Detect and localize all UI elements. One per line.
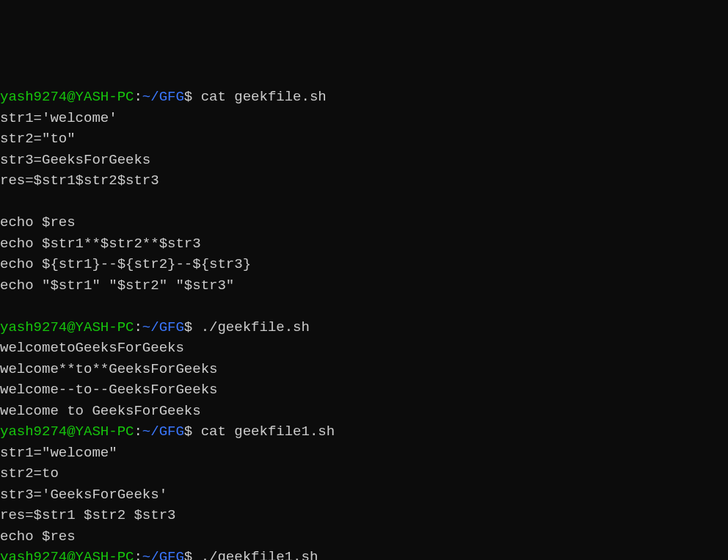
prompt-colon: : [134, 89, 142, 105]
prompt-user: yash9274@YASH-PC [0, 423, 134, 440]
output-text: welcome**to**GeeksForGeeks [0, 361, 217, 377]
terminal-line [0, 296, 728, 317]
terminal-line [0, 192, 728, 213]
output-text: str3=GeeksForGeeks [0, 152, 150, 168]
output-text: echo $res [0, 214, 76, 230]
terminal-line: echo $str1**$str2**$str3 [0, 233, 728, 255]
terminal-line: str3='GeeksForGeeks' [0, 484, 728, 506]
command-text: ./geekfile1.sh [192, 549, 318, 560]
terminal-line: str2=to [0, 463, 728, 484]
terminal-line: echo "$str1" "$str2" "$str3" [0, 275, 728, 297]
output-text: res=$str1 $str2 $str3 [0, 507, 175, 523]
prompt-path: ~/GFG [142, 423, 184, 440]
terminal-line: res=$str1$str2$str3 [0, 170, 728, 192]
output-text: str2="to" [0, 131, 76, 147]
terminal-line: yash9274@YASH-PC:~/GFG$ cat geekfile.sh [0, 87, 728, 108]
command-text: cat geekfile.sh [192, 89, 326, 105]
output-text [0, 194, 8, 210]
prompt-user: yash9274@YASH-PC [0, 549, 134, 560]
prompt-path: ~/GFG [142, 549, 184, 560]
prompt-user: yash9274@YASH-PC [0, 319, 134, 335]
prompt-colon: : [134, 319, 142, 335]
terminal-line: welcometoGeeksForGeeks [0, 338, 728, 359]
prompt-colon: : [134, 423, 142, 440]
output-text: res=$str1$str2$str3 [0, 172, 159, 189]
terminal-line: str1="welcome" [0, 443, 728, 464]
terminal-line: echo $res [0, 526, 728, 548]
prompt-dollar: $ [184, 423, 192, 440]
output-text: echo $str1**$str2**$str3 [0, 236, 201, 252]
output-text [0, 298, 8, 314]
terminal-output[interactable]: yash9274@YASH-PC:~/GFG$ cat geekfile.shs… [0, 87, 728, 560]
prompt-path: ~/GFG [142, 319, 184, 335]
prompt-dollar: $ [184, 89, 192, 105]
terminal-line: welcome to GeeksForGeeks [0, 401, 728, 422]
terminal-line: str3=GeeksForGeeks [0, 150, 728, 171]
terminal-line: str1='welcome' [0, 108, 728, 129]
output-text: echo ${str1}--${str2}--${str3} [0, 256, 251, 272]
output-text: str1="welcome" [0, 445, 117, 461]
terminal-line: echo ${str1}--${str2}--${str3} [0, 254, 728, 275]
terminal-line: welcome--to--GeeksForGeeks [0, 379, 728, 401]
terminal-line: yash9274@YASH-PC:~/GFG$ cat geekfile1.sh [0, 421, 728, 443]
command-text: ./geekfile.sh [192, 319, 310, 335]
prompt-path: ~/GFG [142, 89, 184, 105]
output-text: welcome to GeeksForGeeks [0, 403, 201, 419]
prompt-dollar: $ [184, 549, 192, 560]
output-text: echo "$str1" "$str2" "$str3" [0, 277, 234, 294]
output-text: str1='welcome' [0, 110, 117, 126]
terminal-line: yash9274@YASH-PC:~/GFG$ ./geekfile1.sh [0, 547, 728, 560]
terminal-line: echo $res [0, 212, 728, 233]
prompt-user: yash9274@YASH-PC [0, 89, 134, 105]
terminal-line: welcome**to**GeeksForGeeks [0, 359, 728, 380]
output-text: welcometoGeeksForGeeks [0, 340, 184, 356]
prompt-dollar: $ [184, 319, 192, 335]
output-text: echo $res [0, 528, 76, 545]
output-text: str2=to [0, 465, 59, 481]
output-text: str3='GeeksForGeeks' [0, 487, 167, 503]
terminal-line: res=$str1 $str2 $str3 [0, 505, 728, 526]
prompt-colon: : [134, 549, 142, 560]
command-text: cat geekfile1.sh [192, 423, 335, 440]
output-text: welcome--to--GeeksForGeeks [0, 382, 217, 398]
terminal-line: str2="to" [0, 128, 728, 150]
terminal-line: yash9274@YASH-PC:~/GFG$ ./geekfile.sh [0, 317, 728, 338]
